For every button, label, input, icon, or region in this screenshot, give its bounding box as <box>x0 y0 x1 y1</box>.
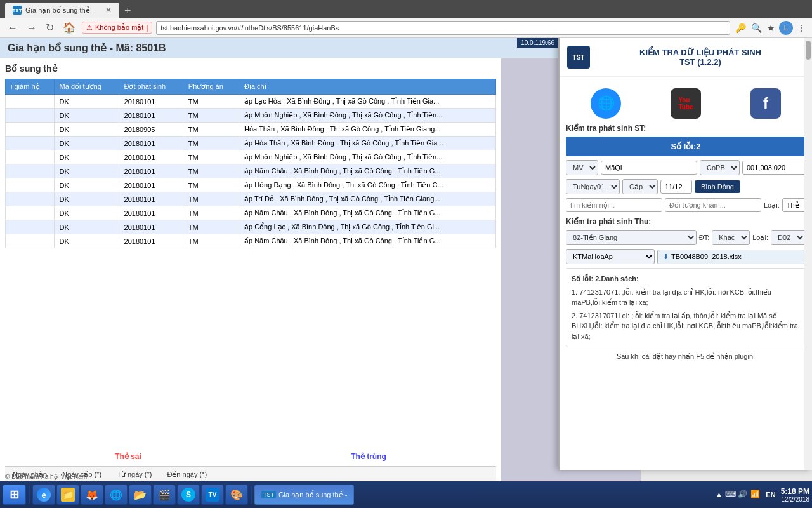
loai-label: Loại: <box>764 201 780 210</box>
profile-icon[interactable]: L <box>779 21 793 35</box>
key-icon[interactable]: 🔑 <box>734 21 747 35</box>
error-title: Số lỗi: 2.Danh sách: <box>572 274 800 284</box>
col-dot-phat-sinh: Đợt phát sinh <box>119 79 183 95</box>
tray-icon-2: 🔊 <box>738 490 748 500</box>
filter-mv-select[interactable]: MV <box>566 160 598 175</box>
taskbar-item-chrome[interactable]: 🌐 <box>105 485 128 505</box>
vlc-icon: 🎬 <box>157 488 171 502</box>
error-box: Số lỗi: 2.Danh sách: 1. 7412317071: ,lỗi… <box>566 268 806 347</box>
tab-close-icon[interactable]: ✕ <box>105 6 112 15</box>
check-st-header: Kiểm tra phát sinh ST: <box>566 124 806 133</box>
binh-dong-button[interactable]: Bình Đông <box>695 180 740 193</box>
clock-date: 12/2/2018 <box>781 496 809 503</box>
loai-value-input[interactable] <box>782 198 808 212</box>
table-container[interactable]: i giám hộ Mã đối tượng Đợt phát sinh Phư… <box>5 79 496 447</box>
filter-maql-input[interactable] <box>601 161 697 175</box>
taskbar: ⊞ e 📁 🦊 🌐 📂 🎬 S TV 🎨 TST Gia hạn bổ sung… <box>0 481 812 508</box>
tu-ngay-field: Từ ngày (*) <box>117 471 152 479</box>
browser-chrome: TST Gia hạn bổ sung thẻ - ✕ + ← → ↻ 🏠 ⚠ … <box>0 0 812 38</box>
active-task-favicon: TST <box>261 491 276 498</box>
dt-select[interactable]: Khac <box>712 230 750 245</box>
ie-icon: e <box>37 488 51 502</box>
taskbar-separator-2 <box>251 486 252 504</box>
table-row[interactable]: DK20180905TMHóa Thân , Xã Bình Đông , Th… <box>6 123 496 137</box>
facebook-icon[interactable]: f <box>750 88 781 119</box>
table-row[interactable]: DK20180101TMấp Năm Châu , Xã Bình Đông ,… <box>6 206 496 220</box>
language-indicator[interactable]: EN <box>766 491 775 498</box>
search-icon[interactable]: 🔍 <box>750 21 763 35</box>
new-tab-button[interactable]: + <box>119 4 136 18</box>
active-task-item[interactable]: TST Gia hạn bổ sung thẻ - <box>254 485 354 505</box>
filter-cap-select[interactable]: Cấp <box>622 179 658 194</box>
tray-icons: ▲ ⌨ 🔊 📶 <box>715 490 761 500</box>
table-row[interactable]: DK20180101TMấp Năm Châu , Xã Bình Đông ,… <box>6 164 496 178</box>
youtube-icon[interactable]: YouTube <box>671 88 701 119</box>
tu-ngay-label: Từ ngày (*) <box>117 471 152 479</box>
province-select[interactable]: 82-Tiền Giang <box>566 230 697 245</box>
file-button[interactable]: ⬇ TB0048B09_2018.xlsx <box>657 250 806 264</box>
col-phuong-an: Phương án <box>183 79 239 95</box>
menu-icon[interactable]: ⋮ <box>796 21 807 35</box>
col-ma-doi-tuong: Mã đối tượng <box>54 79 119 95</box>
so-loi-button[interactable]: Số lỗi:2 <box>566 137 806 156</box>
search-input[interactable] <box>566 198 662 212</box>
filter-tungay-select[interactable]: TuNgay01 <box>566 179 620 194</box>
plugin-scrollbar[interactable] <box>804 38 812 470</box>
active-tab[interactable]: TST Gia hạn bổ sung thẻ - ✕ <box>5 3 119 18</box>
section-title: Bổ sung thẻ <box>5 64 496 74</box>
the-sai-label: Thẻ sai <box>115 452 141 461</box>
social-icons-row: 🌐 YouTube f <box>566 88 806 119</box>
reload-button[interactable]: ↻ <box>43 20 56 35</box>
plugin-body: 🌐 YouTube f Kiểm tra phát sinh ST: Số lỗ… <box>560 77 812 470</box>
filter-value-input[interactable] <box>742 161 812 175</box>
skype-icon: S <box>181 488 195 502</box>
table-row[interactable]: DK20180101TMấp Năm Châu , Xã Bình Đông ,… <box>6 234 496 248</box>
taskbar-separator-1 <box>29 486 30 504</box>
col-giam-ho: i giám hộ <box>6 79 55 95</box>
data-table: i giám hộ Mã đối tượng Đợt phát sinh Phư… <box>5 79 496 248</box>
table-row[interactable]: DK20180101TMấp Hòa Thân , Xã Bình Đông ,… <box>6 137 496 150</box>
address-bar[interactable] <box>156 21 730 35</box>
taskbar-item-vlc[interactable]: 🎬 <box>153 485 176 505</box>
tab-favicon: TST <box>13 6 22 15</box>
filter-date-input[interactable] <box>660 180 692 194</box>
teamviewer-icon: TV <box>206 488 219 502</box>
tab-title: Gia hạn bổ sung thẻ - <box>25 6 102 15</box>
bookmark-icon[interactable]: ★ <box>766 21 776 35</box>
globe-icon[interactable]: 🌐 <box>591 88 621 119</box>
taskbar-item-folder[interactable]: 📁 <box>56 485 79 505</box>
tray-icon-signal: 📶 <box>750 490 761 500</box>
d02-select[interactable]: D02 <box>771 230 806 245</box>
taskbar-item-teamviewer[interactable]: TV <box>201 485 224 505</box>
home-button[interactable]: 🏠 <box>60 20 78 35</box>
table-row[interactable]: DK20180101TMấp Muồn Nghiệp , Xã Bình Đôn… <box>6 109 496 123</box>
forward-button[interactable]: → <box>24 21 39 35</box>
back-button[interactable]: ← <box>5 21 20 35</box>
folder-icon: 📁 <box>61 488 75 502</box>
ktmahoaap-select[interactable]: KTMaHoaAp <box>566 249 655 264</box>
table-row[interactable]: DK20180101TMấp Hồng Rạng , Xã Bình Đông … <box>6 178 496 192</box>
up-arrow-icon[interactable]: ▲ <box>715 490 723 499</box>
taskbar-item-ie[interactable]: e <box>32 485 55 505</box>
error-line1: 1. 7412317071: ,lỗi: kiểm tra lại địa ch… <box>572 287 800 308</box>
taskbar-item-skype[interactable]: S <box>177 485 200 505</box>
thu-row-2: KTMaHoaAp ⬇ TB0048B09_2018.xlsx <box>566 249 806 264</box>
thu-row-1: 82-Tiền Giang ĐT: Khac Loại: D02 <box>566 230 806 245</box>
table-row[interactable]: DK20180101TMấp Lạc Hòa , Xã Bình Đông , … <box>6 95 496 109</box>
filter-row-3: Loại: <box>566 198 806 212</box>
table-row[interactable]: DK20180101TMấp Trí Đỏ , Xã Bình Đông , T… <box>6 192 496 206</box>
copyright: © Bảo hiểm Xã hội Việt Nam <box>5 473 87 480</box>
the-trung-label: Thẻ trùng <box>351 452 386 461</box>
table-row[interactable]: DK20180101TMấp Muồn Nghiệp , Xã Bình Đôn… <box>6 150 496 164</box>
table-row[interactable]: DK20180101TMấp Cổng Lạc , Xã Bình Đông ,… <box>6 220 496 234</box>
dt-label: ĐT: <box>699 234 710 241</box>
taskbar-item-firefox[interactable]: 🦊 <box>81 485 103 505</box>
taskbar-item-files[interactable]: 📂 <box>129 485 152 505</box>
doi-tuong-input[interactable] <box>665 198 761 212</box>
filter-copb-select[interactable]: CoPB <box>700 160 740 175</box>
start-button[interactable]: ⊞ <box>3 485 26 505</box>
file-name: TB0048B09_2018.xlsx <box>671 253 742 260</box>
chrome-icon: 🌐 <box>109 488 123 502</box>
taskbar-item-paint[interactable]: 🎨 <box>225 485 248 505</box>
plugin-logo: TST <box>567 46 590 69</box>
